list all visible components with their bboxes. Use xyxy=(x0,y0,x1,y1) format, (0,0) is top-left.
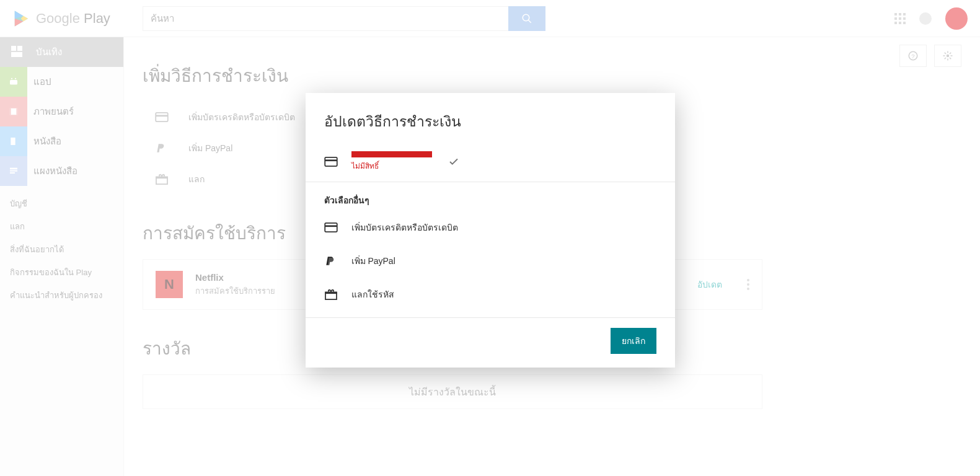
option-add-paypal[interactable]: เพิ่ม PayPal xyxy=(306,244,675,278)
option-add-card[interactable]: เพิ่มบัตรเครดิตหรือบัตรเดบิต xyxy=(306,211,675,244)
gift-icon xyxy=(324,289,338,300)
existing-card-row[interactable]: ไม่มีสิทธิ์ xyxy=(306,141,675,182)
cancel-button[interactable]: ยกเลิก xyxy=(611,328,656,354)
paypal-icon xyxy=(324,255,338,267)
svg-rect-22 xyxy=(325,159,337,161)
redacted-card-number xyxy=(351,151,432,157)
option-redeem-code[interactable]: แลกใช้รหัส xyxy=(306,278,675,311)
option-label: เพิ่ม PayPal xyxy=(351,254,395,268)
modal-backdrop[interactable]: อัปเดตวิธีการชำระเงิน ไม่มีสิทธิ์ ตัวเลื… xyxy=(0,0,980,476)
modal-title: อัปเดตวิธีการชำระเงิน xyxy=(306,110,675,141)
other-options-header: ตัวเลือกอื่นๆ xyxy=(306,182,675,211)
update-payment-modal: อัปเดตวิธีการชำระเงิน ไม่มีสิทธิ์ ตัวเลื… xyxy=(306,93,675,368)
svg-rect-21 xyxy=(325,157,337,165)
svg-rect-24 xyxy=(325,225,337,227)
option-label: แลกใช้รหัส xyxy=(351,288,394,301)
card-error-text: ไม่มีสิทธิ์ xyxy=(351,160,432,172)
option-label: เพิ่มบัตรเครดิตหรือบัตรเดบิต xyxy=(351,221,458,234)
svg-rect-23 xyxy=(325,223,337,232)
card-icon xyxy=(324,157,338,167)
check-icon xyxy=(448,156,459,167)
card-icon xyxy=(324,223,338,232)
